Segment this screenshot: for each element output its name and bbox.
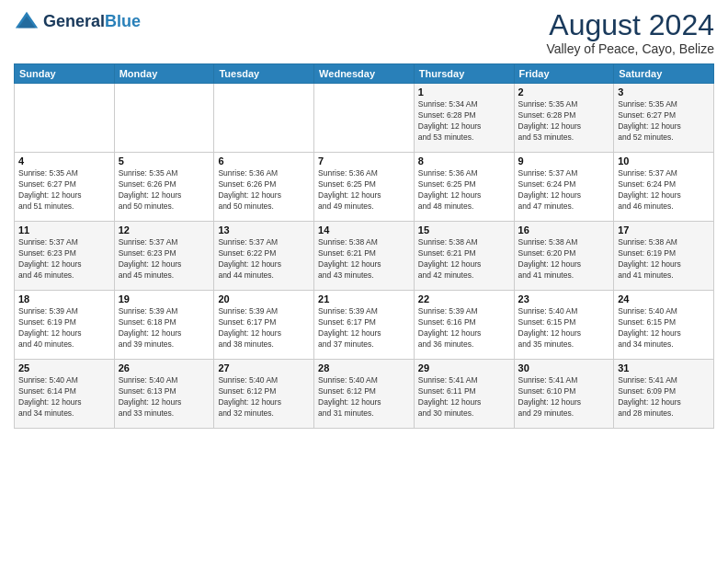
calendar-cell: 23Sunrise: 5:40 AMSunset: 6:15 PMDayligh… <box>514 291 614 360</box>
calendar-cell: 24Sunrise: 5:40 AMSunset: 6:15 PMDayligh… <box>614 291 714 360</box>
cell-content: Sunrise: 5:39 AMSunset: 6:18 PMDaylight:… <box>119 306 210 350</box>
calendar-cell: 1Sunrise: 5:34 AMSunset: 6:28 PMDaylight… <box>414 84 514 153</box>
cell-content: Sunrise: 5:35 AMSunset: 6:27 PMDaylight:… <box>18 168 110 213</box>
days-row: SundayMondayTuesdayWednesdayThursdayFrid… <box>15 64 714 84</box>
day-number: 31 <box>618 362 710 373</box>
calendar-cell: 7Sunrise: 5:36 AMSunset: 6:25 PMDaylight… <box>314 153 415 222</box>
calendar-cell <box>114 84 214 153</box>
calendar-cell: 22Sunrise: 5:39 AMSunset: 6:16 PMDayligh… <box>414 291 514 360</box>
day-number: 26 <box>119 362 210 373</box>
title-area: August 2024 Valley of Peace, Cayo, Beliz… <box>546 9 714 56</box>
calendar-cell: 29Sunrise: 5:41 AMSunset: 6:11 PMDayligh… <box>414 360 514 429</box>
calendar-body: 1Sunrise: 5:34 AMSunset: 6:28 PMDaylight… <box>15 84 714 429</box>
day-number: 22 <box>418 293 510 304</box>
calendar-cell: 12Sunrise: 5:37 AMSunset: 6:23 PMDayligh… <box>114 222 214 291</box>
cell-content: Sunrise: 5:39 AMSunset: 6:17 PMDaylight:… <box>318 306 410 350</box>
cell-content: Sunrise: 5:38 AMSunset: 6:21 PMDaylight:… <box>318 237 410 282</box>
calendar-cell: 10Sunrise: 5:37 AMSunset: 6:24 PMDayligh… <box>614 153 714 222</box>
day-header-friday: Friday <box>514 64 614 84</box>
calendar-cell: 25Sunrise: 5:40 AMSunset: 6:14 PMDayligh… <box>15 360 115 429</box>
cell-content: Sunrise: 5:37 AMSunset: 6:23 PMDaylight:… <box>119 237 210 282</box>
day-number: 1 <box>418 86 510 98</box>
calendar-cell: 14Sunrise: 5:38 AMSunset: 6:21 PMDayligh… <box>314 222 415 291</box>
calendar-week-2: 4Sunrise: 5:35 AMSunset: 6:27 PMDaylight… <box>15 153 714 222</box>
cell-content: Sunrise: 5:40 AMSunset: 6:15 PMDaylight:… <box>618 306 710 350</box>
cell-content: Sunrise: 5:40 AMSunset: 6:13 PMDaylight:… <box>119 375 210 419</box>
day-number: 7 <box>318 155 410 167</box>
calendar-cell: 21Sunrise: 5:39 AMSunset: 6:17 PMDayligh… <box>314 291 415 360</box>
cell-content: Sunrise: 5:38 AMSunset: 6:20 PMDaylight:… <box>518 237 610 282</box>
day-header-saturday: Saturday <box>614 64 714 84</box>
page-header: GeneralBlue August 2024 Valley of Peace,… <box>14 9 714 56</box>
calendar-cell <box>15 84 115 153</box>
month-title: August 2024 <box>546 9 714 41</box>
cell-content: Sunrise: 5:37 AMSunset: 6:24 PMDaylight:… <box>618 168 710 213</box>
calendar-cell <box>214 84 314 153</box>
day-number: 2 <box>518 86 610 98</box>
day-number: 13 <box>218 224 310 236</box>
day-number: 15 <box>418 224 510 236</box>
calendar-cell: 5Sunrise: 5:35 AMSunset: 6:26 PMDaylight… <box>114 153 214 222</box>
cell-content: Sunrise: 5:34 AMSunset: 6:28 PMDaylight:… <box>418 99 510 144</box>
cell-content: Sunrise: 5:39 AMSunset: 6:19 PMDaylight:… <box>18 306 110 350</box>
calendar-week-4: 18Sunrise: 5:39 AMSunset: 6:19 PMDayligh… <box>15 291 714 360</box>
day-number: 11 <box>18 224 110 236</box>
location: Valley of Peace, Cayo, Belize <box>546 41 714 56</box>
day-header-thursday: Thursday <box>414 64 514 84</box>
cell-content: Sunrise: 5:36 AMSunset: 6:25 PMDaylight:… <box>318 168 410 213</box>
cell-content: Sunrise: 5:36 AMSunset: 6:26 PMDaylight:… <box>218 168 310 213</box>
day-number: 10 <box>618 155 710 167</box>
calendar-cell: 8Sunrise: 5:36 AMSunset: 6:25 PMDaylight… <box>414 153 514 222</box>
calendar-cell: 13Sunrise: 5:37 AMSunset: 6:22 PMDayligh… <box>214 222 314 291</box>
cell-content: Sunrise: 5:38 AMSunset: 6:19 PMDaylight:… <box>618 237 710 282</box>
day-header-sunday: Sunday <box>15 64 115 84</box>
day-number: 12 <box>119 224 210 236</box>
day-number: 30 <box>518 362 610 373</box>
day-number: 24 <box>618 293 710 304</box>
day-number: 21 <box>318 293 410 304</box>
day-number: 27 <box>218 362 310 373</box>
calendar-header: SundayMondayTuesdayWednesdayThursdayFrid… <box>15 64 714 84</box>
calendar-cell: 31Sunrise: 5:41 AMSunset: 6:09 PMDayligh… <box>614 360 714 429</box>
calendar-cell: 3Sunrise: 5:35 AMSunset: 6:27 PMDaylight… <box>614 84 714 153</box>
calendar-cell: 2Sunrise: 5:35 AMSunset: 6:28 PMDaylight… <box>514 84 614 153</box>
day-number: 6 <box>218 155 310 167</box>
calendar-cell: 15Sunrise: 5:38 AMSunset: 6:21 PMDayligh… <box>414 222 514 291</box>
day-number: 23 <box>518 293 610 304</box>
calendar-cell: 16Sunrise: 5:38 AMSunset: 6:20 PMDayligh… <box>514 222 614 291</box>
day-number: 28 <box>318 362 410 373</box>
calendar-cell: 30Sunrise: 5:41 AMSunset: 6:10 PMDayligh… <box>514 360 614 429</box>
logo: GeneralBlue <box>14 9 141 35</box>
cell-content: Sunrise: 5:35 AMSunset: 6:27 PMDaylight:… <box>618 99 710 144</box>
logo-icon <box>14 9 40 35</box>
calendar-cell: 9Sunrise: 5:37 AMSunset: 6:24 PMDaylight… <box>514 153 614 222</box>
calendar: SundayMondayTuesdayWednesdayThursdayFrid… <box>14 63 714 429</box>
cell-content: Sunrise: 5:40 AMSunset: 6:12 PMDaylight:… <box>318 375 410 419</box>
day-number: 19 <box>119 293 210 304</box>
cell-content: Sunrise: 5:37 AMSunset: 6:24 PMDaylight:… <box>518 168 610 213</box>
calendar-cell: 26Sunrise: 5:40 AMSunset: 6:13 PMDayligh… <box>114 360 214 429</box>
calendar-week-5: 25Sunrise: 5:40 AMSunset: 6:14 PMDayligh… <box>15 360 714 429</box>
cell-content: Sunrise: 5:35 AMSunset: 6:26 PMDaylight:… <box>119 168 210 213</box>
day-number: 18 <box>18 293 110 304</box>
calendar-cell: 11Sunrise: 5:37 AMSunset: 6:23 PMDayligh… <box>15 222 115 291</box>
day-number: 9 <box>518 155 610 167</box>
calendar-week-3: 11Sunrise: 5:37 AMSunset: 6:23 PMDayligh… <box>15 222 714 291</box>
day-header-wednesday: Wednesday <box>314 64 415 84</box>
day-number: 16 <box>518 224 610 236</box>
cell-content: Sunrise: 5:41 AMSunset: 6:09 PMDaylight:… <box>618 375 710 419</box>
day-number: 3 <box>618 86 710 98</box>
cell-content: Sunrise: 5:41 AMSunset: 6:10 PMDaylight:… <box>518 375 610 419</box>
day-number: 17 <box>618 224 710 236</box>
cell-content: Sunrise: 5:39 AMSunset: 6:17 PMDaylight:… <box>218 306 310 350</box>
calendar-cell: 28Sunrise: 5:40 AMSunset: 6:12 PMDayligh… <box>314 360 415 429</box>
day-number: 29 <box>418 362 510 373</box>
calendar-week-1: 1Sunrise: 5:34 AMSunset: 6:28 PMDaylight… <box>15 84 714 153</box>
day-number: 4 <box>18 155 110 167</box>
calendar-cell: 27Sunrise: 5:40 AMSunset: 6:12 PMDayligh… <box>214 360 314 429</box>
cell-content: Sunrise: 5:40 AMSunset: 6:12 PMDaylight:… <box>218 375 310 419</box>
logo-text: GeneralBlue <box>43 13 141 31</box>
calendar-cell: 6Sunrise: 5:36 AMSunset: 6:26 PMDaylight… <box>214 153 314 222</box>
cell-content: Sunrise: 5:40 AMSunset: 6:14 PMDaylight:… <box>18 375 110 419</box>
calendar-cell: 19Sunrise: 5:39 AMSunset: 6:18 PMDayligh… <box>114 291 214 360</box>
